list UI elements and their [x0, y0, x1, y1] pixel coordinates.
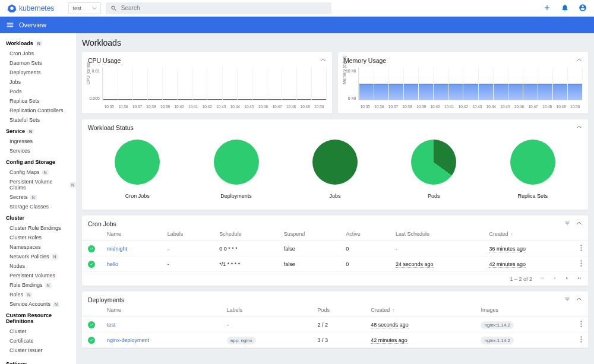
row-menu-button[interactable] [580, 322, 582, 328]
namespace-select[interactable]: test [68, 2, 101, 14]
x-tick: 10:49 [298, 105, 312, 109]
cpu-chart: CPU (cores) 0.010.005 10:3510:3610:3710:… [82, 64, 332, 113]
card-title: Deployments [88, 296, 124, 303]
resource-link[interactable]: hello [107, 261, 118, 267]
page-next-button[interactable] [564, 276, 570, 282]
column-header[interactable]: Created↑ [365, 303, 475, 317]
sidebar-item[interactable]: Replica Sets [6, 96, 76, 106]
sidebar-group[interactable]: Config and Storage [6, 159, 76, 165]
svg-point-7 [580, 265, 582, 267]
sidebar-item[interactable]: Stateful Sets [6, 115, 76, 125]
add-button[interactable] [543, 4, 551, 13]
sidebar-item[interactable]: Pods [6, 87, 76, 96]
resource-link[interactable]: nginx-deployment [107, 337, 149, 343]
cell-pods: 2 / 2 [312, 317, 365, 333]
sidebar-item[interactable]: Persistent Volumes [6, 271, 76, 280]
filter-button[interactable] [564, 296, 570, 303]
row-menu-button[interactable] [580, 262, 582, 268]
table-row: midnight-0 0 * * *false0-36 minutes ago [82, 241, 588, 257]
sort-arrow-icon: ↑ [392, 308, 394, 313]
collapse-button[interactable] [576, 220, 582, 227]
sidebar-group[interactable]: ServiceN [6, 128, 76, 134]
column-header[interactable]: Images [475, 303, 574, 317]
sidebar-item[interactable]: Role BindingsN [6, 280, 76, 290]
page-last-button[interactable] [577, 276, 582, 282]
card-title: Cron Jobs [88, 220, 116, 227]
sidebar-item[interactable]: Deployments [6, 68, 76, 77]
donut-label: Replica Sets [517, 193, 548, 199]
chip: N [30, 195, 37, 200]
search-input-wrap[interactable] [106, 2, 331, 14]
column-header[interactable]: Suspend [278, 227, 340, 241]
sidebar-item[interactable]: Cron Jobs [6, 49, 76, 58]
sidebar-item[interactable]: Namespaces [6, 242, 76, 252]
x-tick: 10:36 [116, 105, 131, 109]
svg-point-1 [10, 7, 13, 10]
row-menu-button[interactable] [580, 246, 582, 252]
sidebar-group[interactable]: Custom Resource Definitions [6, 312, 76, 324]
filter-button[interactable] [564, 220, 570, 227]
column-header[interactable]: Created↑ [483, 227, 574, 241]
x-tick: 10:47 [270, 105, 285, 109]
collapse-button[interactable] [576, 57, 582, 64]
sidebar-item[interactable]: Cluster [6, 327, 76, 336]
cpu-usage-card: CPU Usage CPU (cores) 0.010.005 10:3510:… [82, 52, 332, 113]
cell-created: 36 minutes ago [489, 246, 526, 252]
page-first-button[interactable] [539, 276, 545, 282]
notifications-icon[interactable] [561, 4, 569, 13]
sidebar-group[interactable]: WorkloadsN [6, 40, 76, 46]
x-tick: 10:43 [214, 105, 229, 109]
column-header[interactable]: Name [101, 303, 221, 317]
cell-labels: - [162, 257, 214, 272]
sidebar-item[interactable]: Cluster Issuer [6, 346, 76, 355]
row-menu-button[interactable] [580, 338, 582, 344]
page-prev-button[interactable] [552, 276, 557, 282]
sidebar-item[interactable]: Certificate [6, 336, 76, 346]
resource-link[interactable]: midnight [107, 246, 127, 252]
search-input[interactable] [121, 5, 327, 11]
column-header[interactable]: Last Schedule [390, 227, 483, 241]
column-header[interactable]: Active [340, 227, 390, 241]
status-donut: Deployments [214, 140, 259, 199]
kubernetes-icon [7, 4, 17, 13]
resource-link[interactable]: test [107, 322, 116, 328]
column-header[interactable]: Name [101, 227, 162, 241]
sidebar-item[interactable]: Network PoliciesN [6, 252, 76, 261]
chip: N [27, 129, 34, 134]
sidebar-group[interactable]: Cluster [6, 215, 76, 221]
collapse-button[interactable] [576, 124, 582, 131]
menu-button[interactable] [6, 21, 14, 29]
column-header[interactable]: Labels [221, 303, 312, 317]
sidebar-item[interactable]: Daemon Sets [6, 58, 76, 68]
sidebar-item[interactable]: Ingresses [6, 137, 76, 146]
sidebar-settings[interactable]: Settings [6, 361, 76, 364]
workload-status-card: Workload Status Cron JobsDeploymentsJobs… [82, 119, 588, 210]
sidebar-item[interactable]: Replication Controllers [6, 106, 76, 115]
sidebar-item[interactable]: Storage Classes [6, 202, 76, 211]
cell-last-schedule: - [396, 246, 397, 252]
sidebar-item[interactable]: RolesN [6, 290, 76, 299]
sidebar-item[interactable]: Service AccountsN [6, 299, 76, 309]
donut-label: Cron Jobs [125, 193, 150, 199]
sidebar-item[interactable]: Nodes [6, 261, 76, 271]
sidebar-item[interactable]: Persistent Volume ClaimsN [6, 177, 76, 192]
sidebar-item[interactable]: Config MapsN [6, 167, 76, 177]
column-header[interactable]: Schedule [213, 227, 277, 241]
collapse-button[interactable] [576, 296, 582, 303]
column-header[interactable]: Pods [312, 303, 365, 317]
sidebar-item[interactable]: SecretsN [6, 192, 76, 202]
account-icon[interactable] [579, 4, 587, 13]
x-tick: 10:46 [512, 105, 526, 109]
search-icon [110, 5, 117, 12]
column-header[interactable]: Labels [162, 227, 214, 241]
sidebar-item[interactable]: Services [6, 146, 76, 156]
sidebar-item[interactable]: Cluster Role Bindings [6, 223, 76, 233]
logo[interactable]: kubernetes [7, 4, 54, 13]
svg-point-4 [580, 250, 582, 251]
collapse-button[interactable] [320, 57, 326, 64]
chip: N [69, 182, 76, 188]
sidebar-item[interactable]: Cluster Roles [6, 233, 76, 242]
cell-labels: - [162, 241, 214, 257]
sidebar-item[interactable]: Jobs [6, 77, 76, 87]
cell-last-schedule: 24 seconds ago [396, 261, 434, 268]
